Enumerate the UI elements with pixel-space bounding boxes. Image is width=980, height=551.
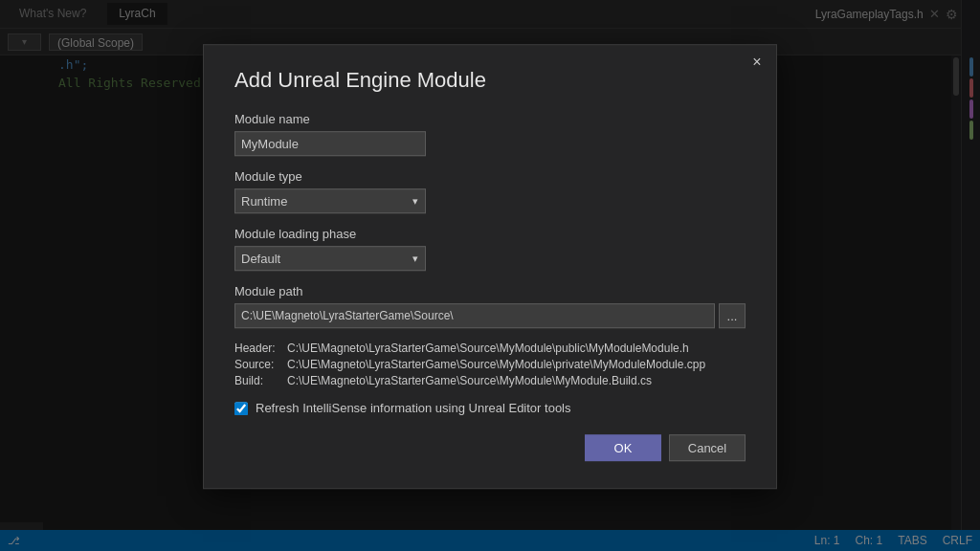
intellisense-checkbox[interactable]: [234, 402, 248, 415]
module-type-label: Module type: [234, 169, 746, 184]
module-type-select-wrapper: Runtime Editor Developer ThirdParty: [234, 188, 426, 213]
module-name-input[interactable]: [234, 131, 426, 156]
browse-button[interactable]: ...: [719, 303, 746, 328]
header-file-row: Header: C:\UE\Magneto\LyraStarterGame\So…: [234, 342, 746, 355]
header-label: Header:: [234, 342, 287, 355]
modal-title: Add Unreal Engine Module: [234, 68, 746, 93]
header-path: C:\UE\Magneto\LyraStarterGame\Source\MyM…: [287, 342, 689, 355]
file-info-section: Header: C:\UE\Magneto\LyraStarterGame\So…: [234, 342, 746, 387]
module-name-group: Module name: [234, 112, 746, 156]
module-path-input[interactable]: [234, 303, 715, 328]
module-path-label: Module path: [234, 284, 746, 298]
add-module-dialog: × Add Unreal Engine Module Module name M…: [203, 44, 777, 489]
build-file-row: Build: C:\UE\Magneto\LyraStarterGame\Sou…: [234, 374, 746, 387]
modal-footer: OK Cancel: [234, 434, 746, 461]
module-loading-phase-group: Module loading phase Default PreDefault …: [234, 227, 746, 271]
source-label: Source:: [234, 358, 287, 371]
source-file-row: Source: C:\UE\Magneto\LyraStarterGame\So…: [234, 358, 746, 371]
build-label: Build:: [234, 374, 287, 387]
module-type-group: Module type Runtime Editor Developer Thi…: [234, 169, 746, 213]
module-loading-phase-select[interactable]: Default PreDefault PostDefault PostConfi…: [234, 246, 426, 271]
cancel-button[interactable]: Cancel: [669, 434, 746, 461]
module-loading-phase-select-wrapper: Default PreDefault PostDefault PostConfi…: [234, 246, 426, 271]
source-path: C:\UE\Magneto\LyraStarterGame\Source\MyM…: [287, 358, 705, 371]
module-path-row: ...: [234, 303, 746, 328]
intellisense-checkbox-label: Refresh IntelliSense information using U…: [256, 401, 571, 415]
ok-button[interactable]: OK: [585, 434, 661, 461]
module-path-group: Module path ...: [234, 284, 746, 328]
intellisense-checkbox-row: Refresh IntelliSense information using U…: [234, 401, 746, 415]
module-type-select[interactable]: Runtime Editor Developer ThirdParty: [234, 188, 426, 213]
module-name-label: Module name: [234, 112, 746, 126]
modal-close-button[interactable]: ×: [747, 53, 767, 72]
build-path: C:\UE\Magneto\LyraStarterGame\Source\MyM…: [287, 374, 652, 387]
module-loading-phase-label: Module loading phase: [234, 227, 746, 241]
